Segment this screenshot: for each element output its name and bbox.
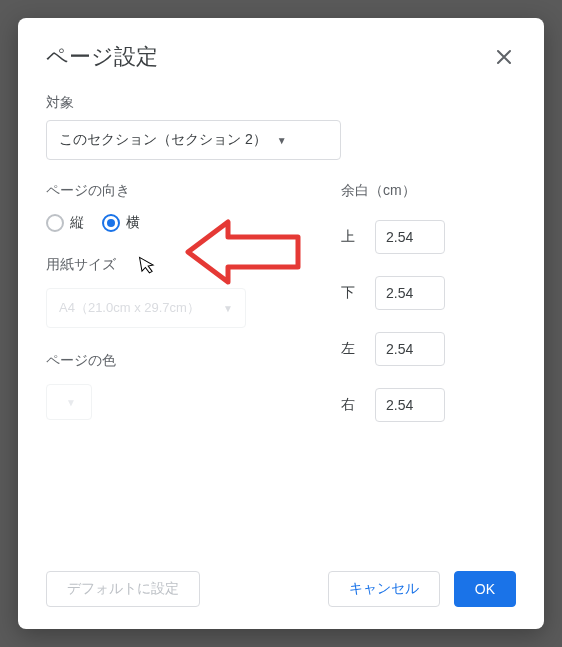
ok-button[interactable]: OK: [454, 571, 516, 607]
orientation-landscape-label: 横: [126, 214, 140, 232]
page-color-select[interactable]: ▼: [46, 384, 92, 420]
apply-to-select[interactable]: このセクション（セクション 2） ▼: [46, 120, 341, 160]
margin-bottom-input[interactable]: [375, 276, 445, 310]
set-default-button[interactable]: デフォルトに設定: [46, 571, 200, 607]
cancel-label: キャンセル: [349, 580, 419, 598]
caret-down-icon: ▼: [223, 303, 233, 314]
dialog-title: ページ設定: [46, 42, 492, 72]
orientation-label: ページの向き: [46, 182, 341, 200]
margins-label: 余白（cm）: [341, 182, 516, 200]
paper-size-value: A4（21.0cm x 29.7cm）: [59, 299, 200, 317]
margin-left-input[interactable]: [375, 332, 445, 366]
orientation-portrait-radio[interactable]: 縦: [46, 214, 84, 232]
radio-icon: [46, 214, 64, 232]
page-color-label: ページの色: [46, 352, 341, 370]
caret-down-icon: ▼: [66, 397, 76, 408]
margin-left-label: 左: [341, 340, 375, 358]
radio-icon: [102, 214, 120, 232]
dialog-footer: デフォルトに設定 キャンセル OK: [46, 571, 516, 607]
margin-top-input[interactable]: [375, 220, 445, 254]
margin-bottom-label: 下: [341, 284, 375, 302]
orientation-portrait-label: 縦: [70, 214, 84, 232]
ok-label: OK: [475, 581, 495, 597]
left-column: ページの向き 縦 横 用紙サイズ A4（21.0cm x 29.7cm） ▼ ペ…: [46, 182, 341, 444]
close-icon: [492, 45, 516, 69]
caret-down-icon: ▼: [277, 135, 287, 146]
cancel-button[interactable]: キャンセル: [328, 571, 440, 607]
margin-right-label: 右: [341, 396, 375, 414]
orientation-landscape-radio[interactable]: 横: [102, 214, 140, 232]
close-button[interactable]: [492, 45, 516, 69]
paper-size-select[interactable]: A4（21.0cm x 29.7cm） ▼: [46, 288, 246, 328]
apply-to-value: このセクション（セクション 2）: [59, 131, 267, 149]
margin-right-input[interactable]: [375, 388, 445, 422]
margin-top-label: 上: [341, 228, 375, 246]
margins-column: 余白（cm） 上 下 左 右: [341, 182, 516, 444]
page-setup-dialog: ページ設定 対象 このセクション（セクション 2） ▼ ページの向き 縦 横: [18, 18, 544, 629]
title-row: ページ設定: [46, 42, 516, 72]
apply-to-label: 対象: [46, 94, 516, 112]
paper-size-label: 用紙サイズ: [46, 256, 341, 274]
set-default-label: デフォルトに設定: [67, 580, 179, 598]
